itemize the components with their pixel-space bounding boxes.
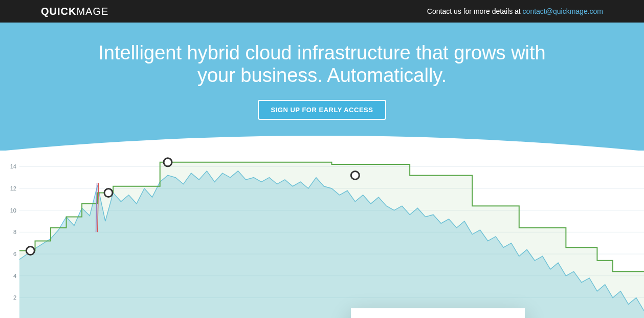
signup-button[interactable]: SIGN UP FOR EARLY ACCESS: [258, 100, 387, 120]
hero: Intelligent hybrid cloud infrastructure …: [0, 23, 644, 151]
svg-text:4: 4: [13, 273, 16, 279]
logo: QUICKMAGE: [41, 6, 108, 17]
contact-email-link[interactable]: contact@quickmage.com: [523, 7, 603, 15]
logo-bold: QUICK: [41, 6, 76, 17]
svg-text:14: 14: [10, 164, 16, 170]
svg-text:12: 12: [10, 185, 16, 192]
logo-light: MAGE: [76, 6, 108, 17]
svg-text:10: 10: [10, 207, 16, 214]
svg-text:6: 6: [13, 251, 16, 257]
header-bar: QUICKMAGE Contact us for more details at…: [0, 0, 644, 23]
svg-text:2: 2: [13, 295, 16, 301]
contact-prefix: Contact us for more details at: [427, 7, 523, 15]
svg-point-21: [26, 247, 34, 255]
contact-text: Contact us for more details at contact@q…: [427, 7, 603, 15]
svg-point-22: [104, 189, 113, 197]
svg-text:8: 8: [13, 229, 16, 236]
tooltip-card: New container has been created to accomm…: [351, 308, 525, 318]
chart-svg: 2468101214-35 sec-30 sec-25 sec-20 sec-1…: [10, 151, 644, 318]
hero-curve: [0, 131, 644, 151]
chart: 2468101214-35 sec-30 sec-25 sec-20 sec-1…: [0, 151, 644, 318]
svg-point-24: [351, 172, 359, 180]
hero-title: Intelligent hybrid cloud infrastructure …: [92, 42, 552, 87]
svg-point-23: [164, 158, 172, 166]
